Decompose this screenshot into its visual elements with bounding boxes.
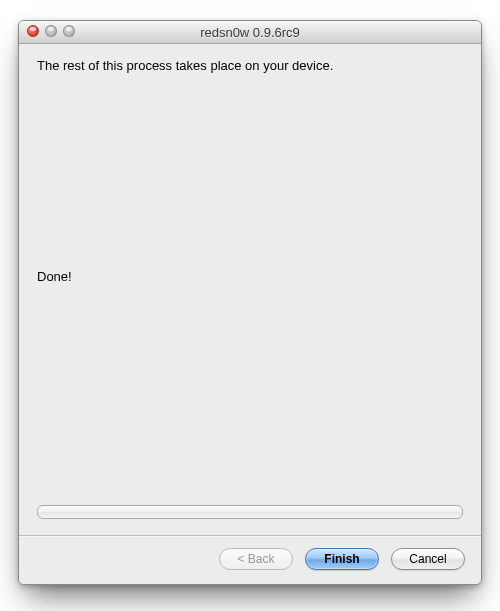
status-text: Done!: [37, 269, 463, 284]
cancel-button[interactable]: Cancel: [391, 548, 465, 570]
content-area: The rest of this process takes place on …: [19, 44, 481, 535]
window-title: redsn0w 0.9.6rc9: [200, 25, 300, 40]
zoom-icon[interactable]: [63, 25, 75, 37]
titlebar: redsn0w 0.9.6rc9: [19, 21, 481, 44]
window-controls: [27, 25, 75, 37]
back-button: < Back: [219, 548, 293, 570]
finish-button[interactable]: Finish: [305, 548, 379, 570]
minimize-icon[interactable]: [45, 25, 57, 37]
progress-bar: [37, 505, 463, 519]
close-icon[interactable]: [27, 25, 39, 37]
app-window: redsn0w 0.9.6rc9 The rest of this proces…: [18, 20, 482, 585]
instruction-text: The rest of this process takes place on …: [37, 58, 463, 73]
footer-bar: < Back Finish Cancel: [19, 535, 481, 584]
